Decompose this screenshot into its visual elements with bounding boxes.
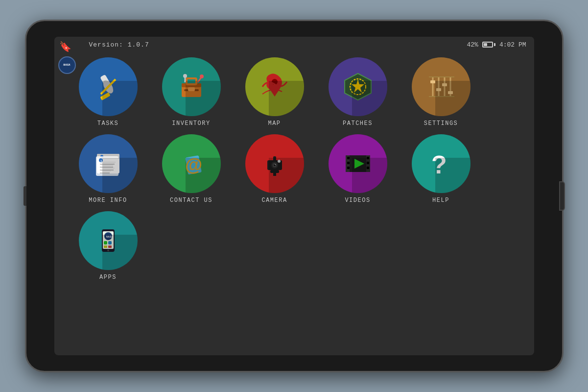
svg-rect-24 [448, 91, 453, 94]
power-button[interactable] [24, 186, 26, 206]
apps-row-1: Tasks [74, 57, 515, 127]
svg-point-51 [278, 160, 281, 163]
app-contactus[interactable]: @ Contact Us [157, 134, 226, 204]
svg-point-65 [107, 249, 109, 251]
tasks-label: Tasks [97, 120, 119, 127]
svg-rect-22 [436, 88, 441, 91]
svg-line-11 [198, 77, 201, 82]
battery-icon [482, 42, 495, 48]
camera-label: Camera [261, 197, 287, 204]
tablet-screen: 🔖 NASA Version: 1.0.7 42% [54, 37, 534, 355]
main-content: Tasks [54, 52, 534, 355]
apps-label: Apps [99, 274, 117, 281]
svg-rect-55 [347, 157, 350, 159]
svg-text:i: i [100, 159, 102, 163]
svg-point-47 [275, 164, 276, 165]
app-patches[interactable]: Patches [324, 57, 392, 127]
svg-rect-8 [188, 87, 195, 91]
svg-rect-49 [270, 170, 279, 173]
nasa-logo: NASA [58, 56, 76, 74]
svg-rect-56 [347, 162, 350, 164]
app-moreinfo[interactable]: i More Info [74, 134, 142, 204]
svg-rect-68 [104, 241, 107, 245]
svg-rect-70 [104, 245, 107, 248]
svg-text:?: ? [431, 150, 447, 179]
moreinfo-label: More Info [89, 197, 127, 204]
help-label: Help [432, 197, 449, 204]
battery-percentage: 42% [467, 41, 478, 49]
svg-point-10 [183, 74, 187, 78]
version-label: Version: 1.0.7 [89, 41, 149, 49]
contactus-label: Contact Us [170, 197, 212, 204]
svg-text:NASA: NASA [106, 235, 114, 238]
inventory-label: Inventory [172, 120, 210, 127]
svg-point-12 [200, 74, 204, 78]
clock: 4:02 PM [499, 41, 526, 49]
home-button[interactable] [559, 181, 565, 211]
svg-rect-50 [273, 173, 276, 176]
app-camera[interactable]: Camera [240, 134, 309, 204]
app-apps[interactable]: NASA Apps [74, 211, 142, 281]
videos-label: Videos [345, 197, 370, 204]
svg-rect-60 [367, 167, 369, 169]
app-settings[interactable]: Settings [407, 57, 475, 127]
svg-rect-48 [273, 156, 276, 161]
apps-row-3: NASA Apps [74, 211, 515, 281]
app-map[interactable]: Map [240, 57, 309, 127]
svg-text:@: @ [185, 155, 202, 175]
svg-rect-21 [430, 80, 435, 83]
svg-rect-71 [108, 245, 112, 248]
apps-grid: Tasks [74, 57, 515, 281]
svg-rect-6 [187, 78, 196, 84]
app-tasks[interactable]: Tasks [74, 57, 142, 127]
apps-row-2: i More Info [74, 134, 515, 204]
settings-label: Settings [424, 120, 458, 127]
svg-rect-57 [347, 167, 350, 169]
svg-rect-23 [442, 83, 447, 86]
map-label: Map [268, 120, 281, 127]
svg-rect-59 [367, 162, 369, 164]
patches-label: Patches [343, 120, 373, 127]
app-videos[interactable]: Videos [324, 134, 392, 204]
svg-rect-58 [367, 157, 369, 159]
app-inventory[interactable]: Inventory [157, 57, 226, 127]
app-help[interactable]: ? Help [407, 134, 475, 204]
tablet-device: 🔖 NASA Version: 1.0.7 42% [25, 20, 564, 372]
bookmark-icon: 🔖 [59, 41, 71, 53]
status-right: 42% 4:02 PM [467, 41, 526, 49]
svg-rect-69 [108, 241, 112, 245]
status-bar: 🔖 NASA Version: 1.0.7 42% [54, 37, 534, 52]
